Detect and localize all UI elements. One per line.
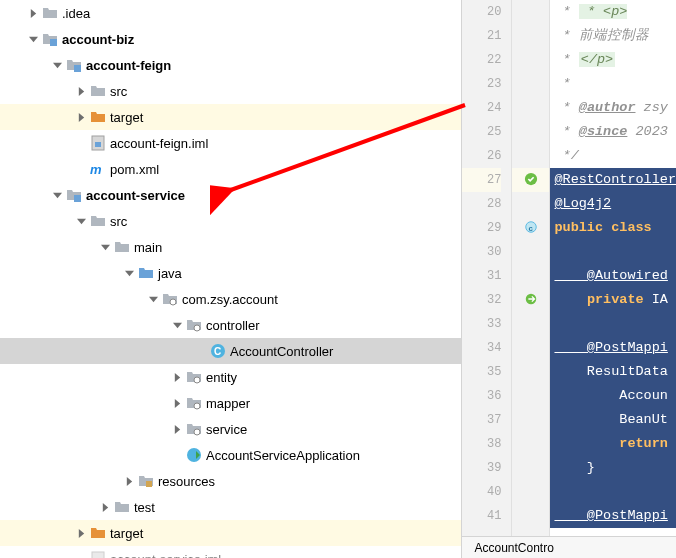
tree-node-application[interactable]: AccountServiceApplication <box>0 442 461 468</box>
tree-label: main <box>134 240 162 255</box>
tree-label: controller <box>206 318 259 333</box>
tree-label: account-service.iml <box>110 552 221 559</box>
iml-file-icon <box>90 135 106 151</box>
svg-text:c: c <box>528 223 533 232</box>
tree-label: mapper <box>206 396 250 411</box>
chevron-right-icon <box>26 6 40 20</box>
code-content[interactable]: * * <p> * 前端控制器 * </p> * * @author zsy *… <box>550 0 676 558</box>
iml-file-icon <box>90 551 106 558</box>
tree-node-entity[interactable]: entity <box>0 364 461 390</box>
svg-rect-0 <box>50 39 57 46</box>
tree-node-pom[interactable]: m pom.xml <box>0 156 461 182</box>
chevron-right-icon <box>98 500 112 514</box>
code-editor[interactable]: 20 21 22 23 24 25 26 27 28 29 30 31 32 3… <box>461 0 676 558</box>
svg-text:C: C <box>214 346 221 357</box>
folder-icon <box>66 57 82 73</box>
tree-label: pom.xml <box>110 162 159 177</box>
project-tree[interactable]: .idea account-biz account-feign src targ… <box>0 0 461 558</box>
svg-rect-1 <box>74 65 81 72</box>
tree-label: service <box>206 422 247 437</box>
spring-gutter-icon[interactable] <box>524 172 538 189</box>
tree-label: src <box>110 84 127 99</box>
chevron-down-icon <box>26 32 40 46</box>
breadcrumb-item[interactable]: AccountContro <box>474 541 553 555</box>
tree-node-test[interactable]: test <box>0 494 461 520</box>
tree-label: entity <box>206 370 237 385</box>
chevron-down-icon <box>74 214 88 228</box>
tree-label: AccountController <box>230 344 333 359</box>
tree-node-resources[interactable]: resources <box>0 468 461 494</box>
chevron-right-icon <box>170 422 184 436</box>
tree-label: resources <box>158 474 215 489</box>
svg-point-6 <box>170 299 176 305</box>
tree-label: account-feign.iml <box>110 136 208 151</box>
tree-node-service-iml[interactable]: account-service.iml <box>0 546 461 558</box>
gutter-icons: c <box>512 0 550 558</box>
chevron-down-icon <box>170 318 184 332</box>
breadcrumb-bar[interactable]: AccountContro <box>462 536 676 558</box>
package-icon <box>186 421 202 437</box>
tree-label: java <box>158 266 182 281</box>
folder-icon <box>90 83 106 99</box>
chevron-right-icon <box>170 396 184 410</box>
svg-rect-5 <box>74 195 81 202</box>
tree-label: target <box>110 110 143 125</box>
tree-node-target[interactable]: target <box>0 520 461 546</box>
tree-node-account-controller[interactable]: C AccountController <box>0 338 461 364</box>
spring-run-icon <box>186 447 202 463</box>
tree-node-feign-iml[interactable]: account-feign.iml <box>0 130 461 156</box>
tree-label: com.zsy.account <box>182 292 278 307</box>
package-icon <box>186 395 202 411</box>
svg-point-7 <box>194 325 200 331</box>
chevron-down-icon <box>50 188 64 202</box>
tree-node-account-feign[interactable]: account-feign <box>0 52 461 78</box>
tree-label: test <box>134 500 155 515</box>
svg-point-12 <box>194 429 200 435</box>
tree-label: account-biz <box>62 32 134 47</box>
folder-icon <box>42 31 58 47</box>
chevron-right-icon <box>74 110 88 124</box>
chevron-down-icon <box>146 292 160 306</box>
tree-node-package[interactable]: com.zsy.account <box>0 286 461 312</box>
tree-label: AccountServiceApplication <box>206 448 360 463</box>
chevron-right-icon <box>74 84 88 98</box>
tree-node-mapper[interactable]: mapper <box>0 390 461 416</box>
tree-node-java[interactable]: java <box>0 260 461 286</box>
folder-icon <box>90 213 106 229</box>
chevron-right-icon <box>170 370 184 384</box>
line-number-gutter: 20 21 22 23 24 25 26 27 28 29 30 31 32 3… <box>462 0 512 558</box>
svg-rect-15 <box>92 552 104 558</box>
svg-rect-14 <box>146 481 152 487</box>
maven-file-icon: m <box>90 161 106 177</box>
class-icon: C <box>210 343 226 359</box>
svg-rect-3 <box>95 142 101 147</box>
tree-node-idea[interactable]: .idea <box>0 0 461 26</box>
folder-excluded-icon <box>90 525 106 541</box>
tree-node-service[interactable]: service <box>0 416 461 442</box>
svg-point-11 <box>194 403 200 409</box>
tree-node-src[interactable]: src <box>0 208 461 234</box>
tree-node-controller[interactable]: controller <box>0 312 461 338</box>
tree-node-target[interactable]: target <box>0 104 461 130</box>
nav-gutter-icon[interactable] <box>524 292 538 309</box>
folder-icon <box>114 239 130 255</box>
folder-excluded-icon <box>90 109 106 125</box>
svg-text:m: m <box>90 162 102 177</box>
tree-label: account-service <box>86 188 185 203</box>
folder-icon <box>42 5 58 21</box>
tree-node-main[interactable]: main <box>0 234 461 260</box>
tree-label: target <box>110 526 143 541</box>
chevron-right-icon <box>74 526 88 540</box>
folder-icon <box>66 187 82 203</box>
chevron-down-icon <box>50 58 64 72</box>
tree-node-src[interactable]: src <box>0 78 461 104</box>
tree-node-account-biz[interactable]: account-biz <box>0 26 461 52</box>
package-icon <box>186 369 202 385</box>
tree-label: account-feign <box>86 58 171 73</box>
package-icon <box>186 317 202 333</box>
svg-point-10 <box>194 377 200 383</box>
class-gutter-icon[interactable]: c <box>524 220 538 237</box>
tree-node-account-service[interactable]: account-service <box>0 182 461 208</box>
tree-label: src <box>110 214 127 229</box>
chevron-down-icon <box>122 266 136 280</box>
